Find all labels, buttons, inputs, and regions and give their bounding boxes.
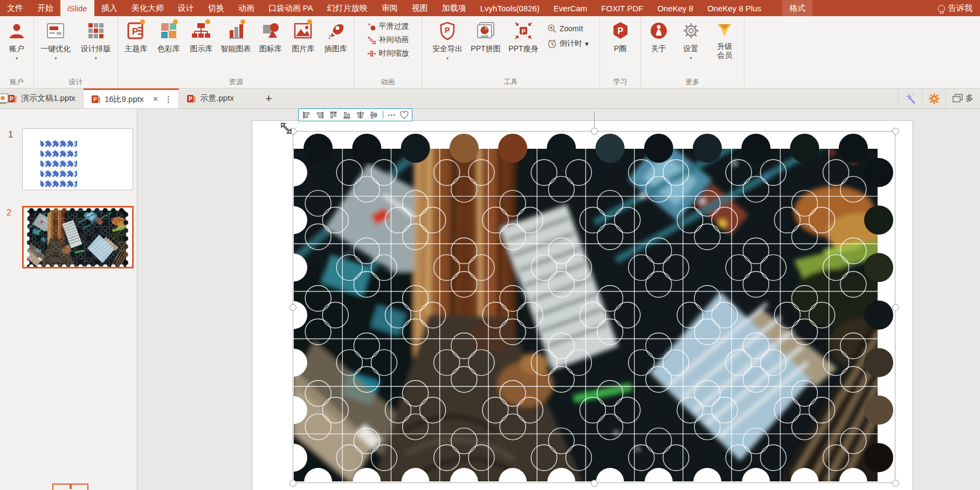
strip-settings-button[interactable]: [922, 88, 946, 108]
menu-tab-view[interactable]: 视图: [405, 0, 435, 16]
tell-me-label: 告诉我: [948, 3, 972, 13]
presenter-view-icon-partial[interactable]: [0, 92, 9, 105]
time-scale-button[interactable]: 时间缩放: [367, 49, 409, 58]
menu-tab-onekey8plus[interactable]: OneKey 8 Plus: [700, 0, 768, 16]
more-options-icon[interactable]: [388, 114, 395, 116]
illustration-library-button[interactable]: 插图库: [320, 18, 351, 76]
ribbon-group-learn: P P圈 学习: [600, 16, 641, 88]
gear-icon: [681, 20, 701, 41]
menu-tab-islide[interactable]: iSlide: [60, 0, 94, 16]
icon-library-button[interactable]: 图标库: [255, 18, 286, 76]
rocket-icon: [326, 20, 346, 41]
multi-window-button[interactable]: 多: [946, 88, 980, 108]
magic-wand-button[interactable]: [898, 88, 922, 108]
menu-tab-onekey8[interactable]: OneKey 8: [650, 0, 700, 16]
ppt-puzzle-button[interactable]: PPT拼图: [467, 18, 504, 76]
puzzle-photo-thumbnail: [24, 208, 132, 267]
lightbulb-icon: [938, 5, 945, 12]
svg-text:P: P: [445, 26, 450, 34]
theme-library-button[interactable]: P 主题库: [120, 18, 151, 76]
slide-2-number: 2: [6, 208, 11, 218]
menu-tab-foxit-pdf[interactable]: FOXIT PDF: [594, 0, 650, 16]
resize-handle-bottom-center[interactable]: [591, 480, 598, 487]
upgrade-vip-button[interactable]: 升级会员: [707, 18, 742, 76]
picture-library-button[interactable]: 图片库: [287, 18, 319, 76]
menu-tab-meihuadashi[interactable]: 美化大师: [125, 0, 171, 16]
slide-canvas: [138, 109, 980, 490]
bar-chart-icon: [226, 20, 246, 41]
one-key-optimize-button[interactable]: 一键优化 ▾: [36, 18, 75, 76]
p-circle-button[interactable]: P P圈: [604, 18, 637, 76]
ribbon-group-design: 一键优化 ▾ 设计排版 ▾ 设计: [34, 16, 118, 88]
menu-tab-pocket-animation[interactable]: 口袋动画 PA: [261, 0, 320, 16]
menu-tab-file[interactable]: 文件: [0, 0, 30, 16]
resize-handle-middle-left[interactable]: [289, 304, 296, 311]
slide-2-thumbnail-selected[interactable]: [22, 206, 134, 268]
resize-handle-bottom-right[interactable]: [892, 480, 899, 487]
align-right-icon[interactable]: [315, 111, 324, 119]
safe-export-button[interactable]: P 安全导出 ▾: [429, 18, 466, 76]
menu-tab-insert[interactable]: 插入: [94, 0, 125, 16]
menu-tab-evercam[interactable]: EverCam: [547, 0, 595, 16]
svg-text:P: P: [189, 96, 192, 102]
windows-icon: [953, 94, 963, 103]
color-library-button[interactable]: 色彩库: [153, 18, 184, 76]
resize-handle-middle-right[interactable]: [892, 304, 899, 311]
timescale-icon: [367, 49, 376, 58]
menu-tab-review[interactable]: 审阅: [375, 0, 405, 16]
countdown-button[interactable]: 倒计时 ▾: [547, 39, 589, 49]
ppt-slim-button[interactable]: P PPT瘦身: [505, 18, 542, 76]
menu-tab-slideshow[interactable]: 幻灯片放映: [320, 0, 375, 16]
menu-tab-home[interactable]: 开始: [30, 0, 60, 16]
zoomit-button[interactable]: ZoomIt: [547, 24, 589, 33]
resize-handle-top-center[interactable]: [591, 128, 598, 135]
close-tab-icon[interactable]: ×: [153, 94, 158, 105]
menu-tab-lvyhtools[interactable]: LvyhTools(0826): [473, 0, 547, 16]
resize-handle-top-left[interactable]: [289, 128, 296, 135]
tab-options-icon[interactable]: [166, 94, 171, 105]
account-button[interactable]: 账户 ▾: [2, 18, 31, 76]
menu-tab-animations[interactable]: 动画: [231, 0, 261, 16]
resize-handle-top-right[interactable]: [892, 128, 899, 135]
doc-tab-2-active[interactable]: P 16比9.pptx ×: [84, 88, 179, 108]
diagram-library-button[interactable]: 图示库: [185, 18, 217, 76]
new-tab-button[interactable]: +: [256, 88, 282, 108]
menu-tab-design[interactable]: 设计: [171, 0, 201, 16]
tell-me-button[interactable]: 告诉我: [930, 0, 980, 16]
puzzle-grid-thumbnail: [23, 129, 133, 190]
about-button[interactable]: 关于: [643, 18, 674, 76]
doc-tab-3-label: 示意.pptx: [200, 93, 234, 103]
menu-tab-addins[interactable]: 加载项: [435, 0, 473, 16]
smooth-transition-button[interactable]: 平滑过渡: [367, 22, 409, 31]
ribbon-group-resources: P 主题库 色彩库 图示库: [118, 16, 354, 88]
svg-text:P: P: [617, 26, 623, 36]
slide-1-thumbnail[interactable]: [22, 128, 133, 190]
favorite-heart-icon[interactable]: [400, 111, 409, 119]
design-layout-button[interactable]: 设计排版 ▾: [77, 18, 116, 76]
settings-button[interactable]: 设置 ▾: [675, 18, 707, 76]
slide-3-thumbnail-partial[interactable]: [52, 484, 88, 490]
align-center-horizontal-icon[interactable]: [356, 111, 364, 119]
group-label-account: 账户: [0, 77, 33, 87]
group-label-resources: 资源: [118, 77, 354, 87]
optimize-card-icon: [45, 20, 66, 41]
tween-animation-button[interactable]: 补间动画: [367, 35, 409, 45]
menu-tab-transitions[interactable]: 切换: [201, 0, 231, 16]
slide-thumbnail-panel: 1 2: [0, 109, 137, 490]
align-left-icon[interactable]: [302, 111, 310, 119]
doc-tab-3[interactable]: P 示意.pptx: [179, 88, 241, 108]
magnifier-plus-icon: [547, 24, 557, 33]
smart-chart-button[interactable]: 智能图表: [218, 18, 253, 76]
puzzle-photo-image[interactable]: [293, 131, 895, 483]
menu-tab-format[interactable]: 格式: [782, 0, 812, 16]
align-bottom-icon[interactable]: [342, 111, 351, 119]
align-top-icon[interactable]: [329, 111, 337, 119]
doc-tab-1[interactable]: P 演示文稿1.pptx: [0, 88, 84, 108]
ribbon-group-tools: P 安全导出 ▾ PPT拼图 P PPT瘦身 ZoomIt: [422, 16, 600, 88]
ppt-file-icon: P: [91, 94, 101, 104]
resize-handle-bottom-left[interactable]: [289, 480, 296, 487]
document-tab-strip: P 演示文稿1.pptx P 16比9.pptx × P 示意.pptx + 多: [0, 88, 980, 109]
align-middle-vertical-icon[interactable]: [369, 111, 378, 119]
vip-badge-icon: [714, 20, 735, 41]
application-window: 文件 开始 iSlide 插入 美化大师 设计 切换 动画 口袋动画 PA 幻灯…: [0, 0, 980, 490]
